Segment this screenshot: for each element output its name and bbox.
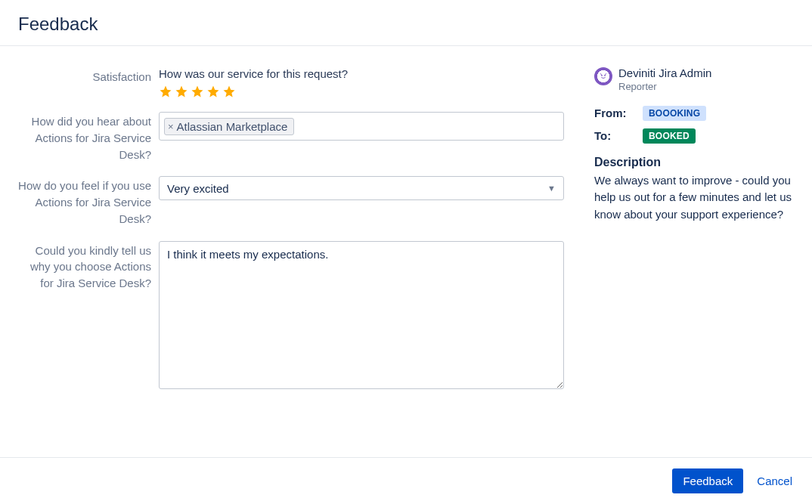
field-satisfaction: How was our service for this request? xyxy=(159,67,564,98)
to-row: To: BOOKED xyxy=(594,128,806,144)
reporter-text: Deviniti Jira Admin Reporter xyxy=(618,67,711,92)
star-icon[interactable] xyxy=(159,85,172,98)
field-hear: × Atlassian Marketplace xyxy=(159,112,564,141)
page-title: Feedback xyxy=(18,14,794,35)
to-label: To: xyxy=(594,129,634,142)
star-rating[interactable] xyxy=(159,85,564,98)
star-icon[interactable] xyxy=(175,85,188,98)
submit-button[interactable]: Feedback xyxy=(672,468,743,493)
status-badge-to: BOOKED xyxy=(643,128,696,144)
from-label: From: xyxy=(594,107,634,119)
feedback-dialog: Feedback Satisfaction How was our servic… xyxy=(0,0,812,504)
avatar xyxy=(594,67,612,85)
chevron-down-icon: ▼ xyxy=(547,184,556,193)
why-textarea[interactable] xyxy=(159,241,564,389)
side-panel: Deviniti Jira Admin Reporter From: BOOOK… xyxy=(578,67,806,442)
svg-point-0 xyxy=(599,72,609,82)
row-hear: How did you hear about Actions for Jira … xyxy=(18,112,578,162)
field-why xyxy=(159,241,564,392)
reporter-block: Deviniti Jira Admin Reporter xyxy=(594,67,806,92)
hear-tag-label: Atlassian Marketplace xyxy=(177,120,288,133)
label-satisfaction: Satisfaction xyxy=(18,67,159,85)
reporter-role: Reporter xyxy=(618,81,711,92)
avatar-icon xyxy=(598,71,609,82)
cancel-link[interactable]: Cancel xyxy=(757,475,792,487)
field-feel: Very excited ▼ xyxy=(159,176,564,200)
hear-tag[interactable]: × Atlassian Marketplace xyxy=(164,118,294,135)
star-icon[interactable] xyxy=(206,85,220,98)
satisfaction-question: How was our service for this request? xyxy=(159,67,564,80)
description-text: We always want to improve - could you he… xyxy=(594,172,806,224)
dialog-header: Feedback xyxy=(0,0,812,46)
dialog-body: Satisfaction How was our service for thi… xyxy=(0,46,812,457)
label-why: Could you kindly tell us why you choose … xyxy=(18,241,159,292)
description-heading: Description xyxy=(594,156,806,169)
reporter-name: Deviniti Jira Admin xyxy=(618,67,711,80)
form-area: Satisfaction How was our service for thi… xyxy=(18,67,578,442)
status-badge-from: BOOOKING xyxy=(643,106,706,121)
label-hear: How did you hear about Actions for Jira … xyxy=(18,112,159,162)
feel-select[interactable]: Very excited ▼ xyxy=(159,176,564,200)
row-feel: How do you feel if you use Actions for J… xyxy=(18,176,578,227)
dialog-footer: Feedback Cancel xyxy=(0,457,812,504)
star-icon[interactable] xyxy=(222,85,236,98)
close-icon[interactable]: × xyxy=(168,121,174,132)
star-icon[interactable] xyxy=(191,85,204,98)
hear-tag-input[interactable]: × Atlassian Marketplace xyxy=(159,112,564,141)
from-row: From: BOOOKING xyxy=(594,106,806,121)
row-satisfaction: Satisfaction How was our service for thi… xyxy=(18,67,578,98)
feel-value: Very excited xyxy=(167,182,229,195)
label-feel: How do you feel if you use Actions for J… xyxy=(18,176,159,227)
row-why: Could you kindly tell us why you choose … xyxy=(18,241,578,392)
